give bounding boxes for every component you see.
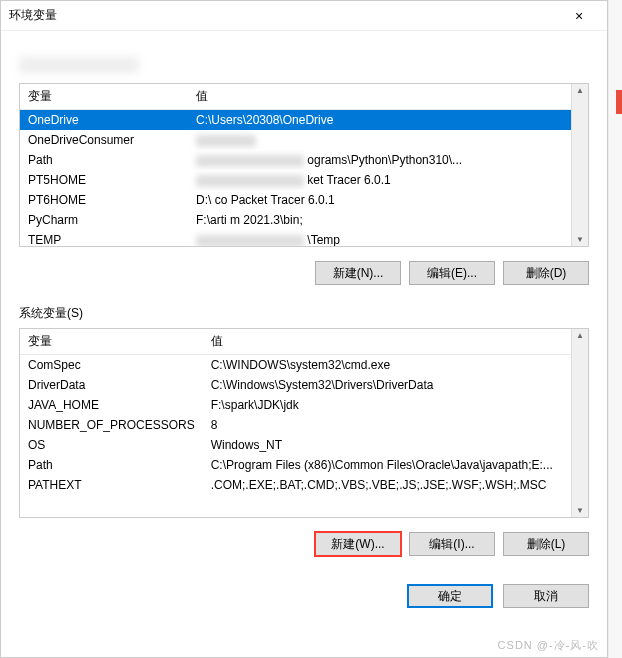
- dialog-title: 环境变量: [9, 7, 559, 24]
- user-col-value[interactable]: 值: [188, 84, 571, 110]
- var-value-cell: C:\Users\20308\OneDrive: [188, 110, 571, 131]
- var-value-cell: F:\arti m 2021.3\bin;: [188, 210, 571, 230]
- table-row[interactable]: PATHEXT.COM;.EXE;.BAT;.CMD;.VBS;.VBE;.JS…: [20, 475, 571, 495]
- system-vars-table: 变量 值 ComSpecC:\WINDOWS\system32\cmd.exeD…: [20, 329, 571, 495]
- redacted-value: xxxxxxxxxxxxxxxxxx: [196, 235, 304, 247]
- system-delete-button[interactable]: 删除(L): [503, 532, 589, 556]
- var-value-cell: D:\ co Packet Tracer 6.0.1: [188, 190, 571, 210]
- table-row[interactable]: ComSpecC:\WINDOWS\system32\cmd.exe: [20, 355, 571, 376]
- var-value-cell: xxxxxxxxxxxxxxxxxx ograms\Python\Python3…: [188, 150, 571, 170]
- watermark-text: CSDN @-冷-风-吹: [498, 638, 599, 653]
- var-name-cell: Path: [20, 455, 203, 475]
- user-edit-button[interactable]: 编辑(E)...: [409, 261, 495, 285]
- var-name-cell: TEMP: [20, 230, 188, 247]
- sys-col-value[interactable]: 值: [203, 329, 571, 355]
- var-value-cell: xxxxxxx: [188, 130, 571, 150]
- var-name-cell: PyCharm: [20, 210, 188, 230]
- redacted-value: xxxxxxxxxxxxxxxxxx: [196, 175, 304, 187]
- user-delete-button[interactable]: 删除(D): [503, 261, 589, 285]
- user-new-button[interactable]: 新建(N)...: [315, 261, 401, 285]
- var-value-cell: C:\Windows\System32\Drivers\DriverData: [203, 375, 571, 395]
- system-new-button[interactable]: 新建(W)...: [315, 532, 401, 556]
- var-name-cell: OneDrive: [20, 110, 188, 131]
- redacted-value: xxxxxxxxxxxxxxxxxx: [196, 155, 304, 167]
- var-name-cell: PT5HOME: [20, 170, 188, 190]
- var-value-cell: C:\WINDOWS\system32\cmd.exe: [203, 355, 571, 376]
- title-bar: 环境变量 ×: [1, 1, 607, 31]
- var-value-cell: xxxxxxxxxxxxxxxxxx ket Tracer 6.0.1: [188, 170, 571, 190]
- var-value-cell: F:\spark\JDK\jdk: [203, 395, 571, 415]
- cancel-button[interactable]: 取消: [503, 584, 589, 608]
- user-vars-scrollbar[interactable]: [571, 84, 588, 246]
- var-name-cell: Path: [20, 150, 188, 170]
- system-section-label: 系统变量(S): [19, 305, 589, 322]
- var-name-cell: JAVA_HOME: [20, 395, 203, 415]
- var-value-cell: .COM;.EXE;.BAT;.CMD;.VBS;.VBE;.JS;.JSE;.…: [203, 475, 571, 495]
- table-row[interactable]: PT5HOMExxxxxxxxxxxxxxxxxx ket Tracer 6.0…: [20, 170, 571, 190]
- var-name-cell: ComSpec: [20, 355, 203, 376]
- dialog-content: 变量 值 OneDriveC:\Users\20308\OneDriveOneD…: [1, 31, 607, 566]
- redacted-user-label: [19, 57, 139, 73]
- system-edit-button[interactable]: 编辑(I)...: [409, 532, 495, 556]
- system-buttons-row: 新建(W)... 编辑(I)... 删除(L): [19, 518, 589, 566]
- dialog-footer: 确定 取消: [1, 566, 607, 618]
- table-row[interactable]: PT6HOMED:\ co Packet Tracer 6.0.1: [20, 190, 571, 210]
- user-vars-table: 变量 值 OneDriveC:\Users\20308\OneDriveOneD…: [20, 84, 571, 247]
- close-icon[interactable]: ×: [559, 2, 599, 30]
- var-value-cell: C:\Program Files (x86)\Common Files\Orac…: [203, 455, 571, 475]
- table-row[interactable]: OneDriveConsumerxxxxxxx: [20, 130, 571, 150]
- ok-button[interactable]: 确定: [407, 584, 493, 608]
- var-name-cell: PATHEXT: [20, 475, 203, 495]
- user-col-name[interactable]: 变量: [20, 84, 188, 110]
- var-name-cell: PT6HOME: [20, 190, 188, 210]
- table-row[interactable]: NUMBER_OF_PROCESSORS8: [20, 415, 571, 435]
- table-row[interactable]: TEMPxxxxxxxxxxxxxxxxxx \Temp: [20, 230, 571, 247]
- table-row[interactable]: DriverDataC:\Windows\System32\Drivers\Dr…: [20, 375, 571, 395]
- table-row[interactable]: PyCharmF:\arti m 2021.3\bin;: [20, 210, 571, 230]
- table-row[interactable]: OSWindows_NT: [20, 435, 571, 455]
- var-value-cell: 8: [203, 415, 571, 435]
- right-edge-red-marker: [616, 90, 622, 114]
- var-value-cell: Windows_NT: [203, 435, 571, 455]
- var-name-cell: DriverData: [20, 375, 203, 395]
- sys-col-name[interactable]: 变量: [20, 329, 203, 355]
- var-name-cell: OS: [20, 435, 203, 455]
- table-row[interactable]: Pathxxxxxxxxxxxxxxxxxx ograms\Python\Pyt…: [20, 150, 571, 170]
- user-vars-table-wrap: 变量 值 OneDriveC:\Users\20308\OneDriveOneD…: [19, 83, 589, 247]
- var-name-cell: NUMBER_OF_PROCESSORS: [20, 415, 203, 435]
- system-vars-scrollbar[interactable]: [571, 329, 588, 517]
- table-row[interactable]: PathC:\Program Files (x86)\Common Files\…: [20, 455, 571, 475]
- var-value-cell: xxxxxxxxxxxxxxxxxx \Temp: [188, 230, 571, 247]
- var-name-cell: OneDriveConsumer: [20, 130, 188, 150]
- redacted-value: xxxxxxx: [196, 135, 256, 147]
- env-vars-dialog: 环境变量 × 变量 值 OneDriveC:\Users\20308\OneDr…: [0, 0, 608, 658]
- table-row[interactable]: OneDriveC:\Users\20308\OneDrive: [20, 110, 571, 131]
- system-vars-table-wrap: 变量 值 ComSpecC:\WINDOWS\system32\cmd.exeD…: [19, 328, 589, 518]
- right-edge-sliver: [608, 0, 622, 658]
- user-buttons-row: 新建(N)... 编辑(E)... 删除(D): [19, 247, 589, 295]
- user-section-heading: [19, 57, 589, 73]
- table-row[interactable]: JAVA_HOMEF:\spark\JDK\jdk: [20, 395, 571, 415]
